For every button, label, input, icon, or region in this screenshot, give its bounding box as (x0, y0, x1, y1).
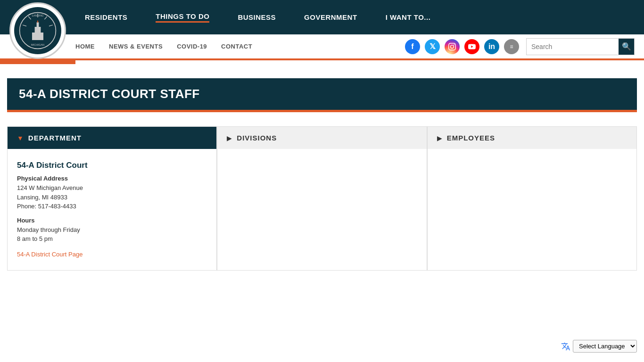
site-logo[interactable]: MICHIGAN LANSING (9, 2, 66, 59)
subnav-contact[interactable]: CONTACT (221, 43, 252, 50)
svg-line-9 (23, 25, 26, 26)
department-panel-header[interactable]: ▼ DEPARTMENT (8, 127, 216, 149)
page-title: 54-A DISTRICT COURT STAFF (19, 87, 625, 101)
language-select[interactable]: Select Language Spanish French Arabic (573, 340, 637, 353)
department-page-link[interactable]: 54-A District Court Page (17, 251, 83, 258)
sub-navigation: HOME NEWS & EVENTS COVID-19 CONTACT f 𝕏 … (0, 34, 644, 60)
divisions-panel-label: DIVISIONS (237, 134, 277, 142)
svg-rect-22 (210, 196, 216, 216)
employees-panel-header[interactable]: ▶ EMPLOYEES (428, 127, 636, 149)
svg-rect-12 (91, 198, 100, 216)
facebook-icon[interactable]: f (405, 39, 420, 54)
svg-line-6 (44, 16, 47, 19)
subnav-home[interactable]: HOME (75, 43, 95, 50)
page-title-bar: 54-A DISTRICT COURT STAFF (7, 78, 637, 110)
svg-rect-16 (118, 196, 129, 216)
svg-text:MICHIGAN: MICHIGAN (31, 43, 44, 46)
svg-rect-17 (132, 187, 147, 216)
svg-rect-15 (105, 185, 107, 189)
svg-line-7 (49, 25, 53, 26)
divisions-panel-header[interactable]: ▶ DIVISIONS (217, 127, 426, 149)
divisions-panel: ▶ DIVISIONS (217, 126, 427, 271)
subnav-covid19[interactable]: COVID-19 (177, 43, 207, 50)
content-area: ▼ DEPARTMENT 54-A (7, 126, 637, 271)
instagram-icon[interactable] (445, 39, 460, 54)
youtube-icon[interactable] (464, 39, 479, 54)
footer-language-selector: Select Language Spanish French Arabic (561, 340, 637, 353)
twitter-icon[interactable]: 𝕏 (425, 39, 440, 54)
svg-rect-13 (93, 194, 98, 198)
svg-rect-2 (35, 27, 41, 33)
svg-rect-3 (37, 22, 39, 27)
nav-i-want-to[interactable]: I WANT TO... (386, 13, 431, 21)
social-icons: f 𝕏 in ≡ (405, 39, 519, 54)
nav-government[interactable]: GOVERNMENT (304, 13, 357, 21)
search-button[interactable]: 🔍 (619, 39, 634, 55)
search-box: 🔍 (526, 38, 635, 55)
svg-rect-19 (161, 194, 174, 216)
top-nav-links: RESIDENTS THINGS TO DO BUSINESS GOVERNME… (85, 12, 635, 23)
employees-panel-label: EMPLOYEES (447, 134, 495, 142)
department-arrow-icon: ▼ (17, 134, 24, 142)
department-panel: ▼ DEPARTMENT 54-A (7, 126, 217, 271)
svg-rect-20 (176, 185, 194, 216)
employees-arrow-icon: ▶ (437, 134, 442, 142)
divisions-arrow-icon: ▶ (227, 134, 232, 142)
svg-rect-18 (149, 192, 158, 216)
svg-rect-21 (197, 189, 208, 216)
svg-rect-14 (102, 189, 116, 216)
sub-nav-links: HOME NEWS & EVENTS COVID-19 CONTACT (75, 43, 405, 50)
employees-panel: ▶ EMPLOYEES (427, 126, 637, 271)
svg-rect-1 (32, 33, 43, 40)
svg-text:LANSING: LANSING (32, 14, 44, 17)
linkedin-icon[interactable]: in (484, 39, 499, 54)
title-orange-line (7, 110, 637, 112)
nav-business[interactable]: BUSINESS (238, 13, 276, 21)
red-accent-strip (0, 60, 75, 64)
svg-line-8 (28, 16, 31, 19)
google-translate-icon (561, 342, 570, 351)
subnav-news-events[interactable]: NEWS & EVENTS (109, 43, 163, 50)
misc-social-icon[interactable]: ≡ (504, 39, 519, 54)
svg-marker-4 (37, 20, 38, 23)
nav-residents[interactable]: RESIDENTS (85, 13, 127, 21)
department-panel-label: DEPARTMENT (28, 134, 82, 142)
department-bg-decoration (91, 127, 216, 270)
nav-things-to-do[interactable]: THINGS TO DO (156, 12, 209, 23)
search-input[interactable] (527, 39, 619, 55)
top-navigation: RESIDENTS THINGS TO DO BUSINESS GOVERNME… (0, 0, 644, 34)
